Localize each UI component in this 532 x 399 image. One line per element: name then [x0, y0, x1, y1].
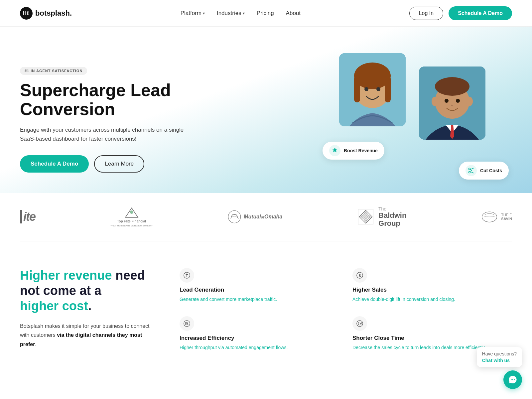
- efficiency-desc: Higher throughput via automated engageme…: [180, 344, 339, 351]
- svg-point-13: [432, 97, 438, 106]
- feature-efficiency: Increased Efficiency Higher throughput v…: [180, 316, 339, 351]
- schedule-demo-nav-button[interactable]: Schedule A Demo: [449, 6, 512, 20]
- chat-open-button[interactable]: [503, 370, 522, 378]
- features-section: Higher revenue need not come at a higher…: [0, 241, 532, 378]
- svg-point-30: [357, 321, 363, 327]
- nav-link-platform[interactable]: Platform ▾: [181, 10, 205, 17]
- logo-icon: Hi!: [20, 7, 33, 20]
- boost-revenue-badge: Boost Revenue: [323, 142, 384, 160]
- logo-text: botsplash.: [35, 9, 72, 18]
- hero-photo-female: [339, 53, 406, 126]
- features-title: Higher revenue need not come at a higher…: [20, 268, 153, 314]
- features-grid: Lead Generation Generate and convert mor…: [180, 268, 512, 351]
- shorter-close-icon: [352, 316, 367, 331]
- logo-ite: ite: [20, 210, 35, 224]
- logo-baldwin: The Baldwin Group: [357, 206, 406, 227]
- learn-more-button[interactable]: Learn More: [94, 155, 144, 173]
- chat-prompt: Have questions? Chat with us: [477, 347, 522, 367]
- cut-costs-icon: [466, 165, 477, 176]
- chevron-down-icon: ▾: [203, 11, 205, 16]
- svg-point-21: [130, 210, 133, 214]
- lead-gen-icon: [180, 268, 194, 283]
- logo-savin: THE F SAVIN: [481, 211, 512, 223]
- svg-text:$: $: [359, 274, 361, 278]
- navigation: Hi! botsplash. Platform ▾ Industries ▾ P…: [0, 0, 532, 27]
- hero-photo-male: [419, 66, 485, 140]
- features-left: Higher revenue need not come at a higher…: [20, 268, 153, 348]
- logo-mutual: MutualofOmaha: [228, 210, 282, 223]
- svg-rect-4: [354, 76, 360, 102]
- baldwin-logo-text: The Baldwin Group: [378, 206, 406, 227]
- higher-sales-desc: Achieve double-digit lift in conversion …: [352, 296, 512, 303]
- hero-buttons: Schedule A Demo Learn More: [20, 155, 193, 173]
- logos-row: ite Top Flite Financial "Your Hometown M…: [20, 206, 512, 227]
- chat-question: Have questions?: [482, 351, 517, 356]
- efficiency-icon: [180, 316, 194, 331]
- svg-line-17: [470, 168, 473, 170]
- svg-point-29: [184, 321, 190, 327]
- nav-link-pricing[interactable]: Pricing: [257, 10, 274, 17]
- cut-costs-badge: Cut Costs: [459, 162, 509, 180]
- chat-answer[interactable]: Chat with us: [482, 358, 517, 363]
- hero-visuals: Boost Revenue Cut Costs: [319, 47, 512, 193]
- shorter-close-name: Shorter Close Time: [352, 335, 512, 341]
- efficiency-name: Increased Efficiency: [180, 335, 339, 341]
- feature-shorter-close: Shorter Close Time Decrease the sales cy…: [352, 316, 512, 351]
- svg-line-19: [470, 170, 472, 171]
- savin-icon: [481, 211, 498, 223]
- nav-links: Platform ▾ Industries ▾ Pricing About: [181, 10, 301, 17]
- logo-topflite: Top Flite Financial "Your Hometown Mortg…: [110, 207, 153, 227]
- nav-link-industries[interactable]: Industries ▾: [217, 10, 245, 17]
- hero-title: Supercharge Lead Conversion: [20, 81, 193, 119]
- higher-sales-icon: $: [352, 268, 367, 283]
- baldwin-icon: [357, 208, 374, 225]
- svg-rect-5: [385, 76, 391, 102]
- feature-lead-gen: Lead Generation Generate and convert mor…: [180, 268, 339, 303]
- login-button[interactable]: Log In: [409, 7, 443, 20]
- chevron-down-icon: ▾: [243, 11, 245, 16]
- svg-point-11: [445, 99, 449, 103]
- features-description: Botsplash makes it simple for your busin…: [20, 322, 153, 349]
- svg-point-14: [466, 97, 473, 106]
- boost-icon: [329, 145, 340, 156]
- chat-widget[interactable]: Have questions? Chat with us: [477, 347, 522, 378]
- topflite-logo-text: Top Flite Financial: [117, 219, 146, 223]
- mutual-logo-text: MutualofOmaha: [244, 214, 282, 220]
- nav-link-about[interactable]: About: [286, 10, 301, 17]
- feature-higher-sales: $ Higher Sales Achieve double-digit lift…: [352, 268, 512, 303]
- hero-content: #1 IN AGENT SATISFACTION Supercharge Lea…: [20, 67, 193, 173]
- hero-description: Engage with your customers across multip…: [20, 125, 193, 143]
- hero-section: #1 IN AGENT SATISFACTION Supercharge Lea…: [0, 27, 532, 193]
- hero-badge: #1 IN AGENT SATISFACTION: [20, 67, 87, 75]
- higher-sales-name: Higher Sales: [352, 287, 512, 293]
- topflite-icon: [123, 207, 140, 218]
- lead-gen-name: Lead Generation: [180, 287, 339, 293]
- logo[interactable]: Hi! botsplash.: [20, 7, 72, 20]
- ite-logo-text: ite: [20, 210, 35, 224]
- savin-logo-text: THE F SAVIN: [501, 213, 512, 221]
- lead-gen-desc: Generate and convert more marketplace tr…: [180, 296, 339, 303]
- svg-point-10: [435, 77, 469, 96]
- logos-section: ite Top Flite Financial "Your Hometown M…: [0, 193, 532, 241]
- mutual-icon: [228, 210, 241, 223]
- schedule-demo-hero-button[interactable]: Schedule A Demo: [20, 155, 89, 173]
- svg-line-18: [470, 172, 473, 173]
- svg-point-7: [376, 87, 380, 91]
- nav-actions: Log In Schedule A Demo: [409, 6, 512, 20]
- svg-point-12: [456, 99, 460, 103]
- svg-point-6: [364, 87, 368, 91]
